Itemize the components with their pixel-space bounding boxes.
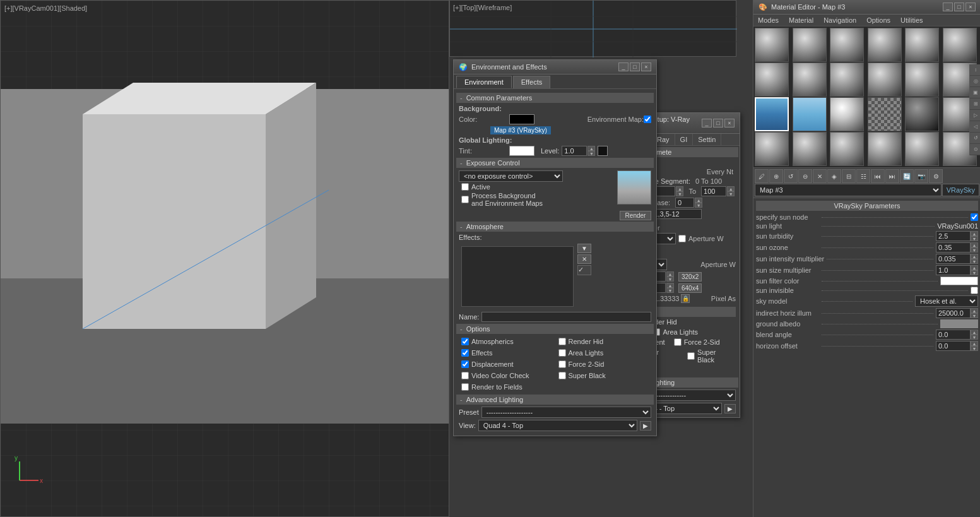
range-to-down[interactable]: ▼ xyxy=(727,191,735,196)
sphere-7[interactable] xyxy=(793,62,827,97)
file-num-spinner[interactable]: ▲ ▼ xyxy=(675,198,702,208)
background-color-swatch[interactable] xyxy=(509,114,534,124)
sphere-22[interactable] xyxy=(905,132,939,166)
aperture-checkbox[interactable] xyxy=(678,235,686,242)
intensity-spinner[interactable]: ▲ ▼ xyxy=(936,254,978,264)
intensity-input[interactable] xyxy=(936,254,971,264)
render-btn[interactable]: Render xyxy=(620,211,651,220)
size-mult-down[interactable]: ▼ xyxy=(971,270,978,275)
intensity-down[interactable]: ▼ xyxy=(971,259,978,264)
blend-angle-down[interactable]: ▼ xyxy=(971,335,978,340)
atm-delete-btn[interactable]: ✕ xyxy=(577,254,591,264)
blend-angle-spinner[interactable]: ▲ ▼ xyxy=(936,330,978,340)
side-tool-8[interactable]: ⊙ xyxy=(970,144,980,155)
range-from-down[interactable]: ▼ xyxy=(676,191,683,196)
menu-material[interactable]: Material xyxy=(787,16,815,25)
rs-force-2side-checkbox[interactable] xyxy=(674,338,682,346)
effects-checkbox[interactable] xyxy=(461,349,469,357)
ground-albedo-swatch[interactable] xyxy=(940,319,978,328)
render-hidden-checkbox[interactable] xyxy=(558,338,566,345)
tool-x-btn[interactable]: ✕ xyxy=(813,169,827,183)
adv-collapse-btn[interactable]: - xyxy=(460,396,463,403)
opts-collapse-btn[interactable]: - xyxy=(460,325,463,333)
menu-options[interactable]: Options xyxy=(865,16,892,25)
super-black-checkbox[interactable] xyxy=(558,372,566,379)
width-up[interactable]: ▲ xyxy=(666,271,674,276)
env-preset-dropdown[interactable]: -------------------- xyxy=(481,407,651,418)
sphere-18[interactable] xyxy=(755,132,789,166)
atm-add-btn[interactable]: ▼ xyxy=(577,244,591,253)
sphere-4[interactable] xyxy=(905,28,939,62)
sphere-12[interactable] xyxy=(755,97,789,131)
turbidity-spinner[interactable]: ▲ ▼ xyxy=(936,231,978,241)
exposure-dropdown[interactable]: <no exposure control> xyxy=(459,170,563,182)
side-tool-1[interactable]: ↕ xyxy=(970,64,980,76)
ozone-input[interactable] xyxy=(936,242,971,253)
file-num-up[interactable]: ▲ xyxy=(695,198,702,203)
horizon-offset-down[interactable]: ▼ xyxy=(971,346,978,351)
menu-navigation[interactable]: Navigation xyxy=(822,16,858,25)
sphere-16[interactable] xyxy=(905,97,939,131)
tool-fwd-btn[interactable]: ⏭ xyxy=(885,169,899,183)
rs-controls[interactable]: _ □ × xyxy=(702,119,735,128)
sphere-3[interactable] xyxy=(868,28,902,62)
env-minimize-btn[interactable]: _ xyxy=(618,62,629,71)
me-close-btn[interactable]: × xyxy=(965,3,976,11)
indirect-horiz-up[interactable]: ▲ xyxy=(971,308,978,313)
size-mult-input[interactable] xyxy=(936,265,971,275)
me-minimize-btn[interactable]: _ xyxy=(943,3,953,11)
turbidity-up[interactable]: ▲ xyxy=(971,231,978,236)
displacement-checkbox[interactable] xyxy=(461,360,469,368)
active-checkbox[interactable] xyxy=(461,183,469,191)
name-input[interactable] xyxy=(481,312,651,322)
sphere-20[interactable] xyxy=(830,132,864,166)
sky-model-select[interactable]: Hosek et al. xyxy=(915,295,978,307)
height-down[interactable]: ▼ xyxy=(666,288,674,293)
env-view-btn[interactable]: ▶ xyxy=(640,421,651,431)
level-down-btn[interactable]: ▼ xyxy=(587,151,595,156)
indirect-horiz-spinner[interactable]: ▲ ▼ xyxy=(936,308,978,318)
atm-checkbox[interactable]: ✓ xyxy=(577,265,591,275)
force-2side-checkbox[interactable] xyxy=(558,360,566,368)
rs-minimize-btn[interactable]: _ xyxy=(702,119,712,128)
file-num-input[interactable] xyxy=(675,198,694,208)
width-preset-btn[interactable]: 320x2 xyxy=(678,272,702,282)
video-color-checkbox[interactable] xyxy=(461,372,469,379)
tool-copy-btn[interactable]: ⊖ xyxy=(798,169,812,183)
render-tab-settings[interactable]: Settin xyxy=(693,134,721,145)
size-mult-spinner[interactable]: ▲ ▼ xyxy=(936,265,978,275)
sphere-10[interactable] xyxy=(905,62,939,97)
range-to-up[interactable]: ▲ xyxy=(727,186,735,191)
rs-maximize-btn[interactable]: □ xyxy=(713,119,723,128)
size-mult-up[interactable]: ▲ xyxy=(971,265,978,270)
tool-render-btn[interactable]: 🔄 xyxy=(900,169,914,183)
side-tool-7[interactable]: ↺ xyxy=(970,133,980,144)
tool-back-btn[interactable]: ⏮ xyxy=(871,169,885,183)
tool-video-btn[interactable]: 📷 xyxy=(914,169,928,183)
tool-map-btn[interactable]: ⊟ xyxy=(842,169,856,183)
rs-close-btn[interactable]: × xyxy=(724,119,735,128)
atmospherics-checkbox[interactable] xyxy=(461,338,469,345)
level-up-btn[interactable]: ▲ xyxy=(587,146,595,151)
turbidity-input[interactable] xyxy=(936,231,971,241)
tool-options-btn[interactable]: ⚙ xyxy=(929,169,943,183)
map-button[interactable]: Map #3 (VRaySky) xyxy=(490,126,551,134)
render-fields-checkbox[interactable] xyxy=(461,383,469,391)
blend-angle-up[interactable]: ▲ xyxy=(971,330,978,335)
height-up[interactable]: ▲ xyxy=(666,283,674,288)
sphere-1[interactable] xyxy=(793,28,827,62)
ambient-swatch[interactable] xyxy=(598,146,608,156)
height-preset-btn[interactable]: 640x4 xyxy=(678,283,702,293)
side-tool-5[interactable]: ▷ xyxy=(970,110,980,121)
ozone-down[interactable]: ▼ xyxy=(971,247,978,253)
level-input[interactable] xyxy=(562,146,587,156)
sphere-14[interactable] xyxy=(830,97,864,131)
menu-modes[interactable]: Modes xyxy=(756,16,781,25)
adv-lighting-header[interactable]: - Advanced Lighting xyxy=(456,395,654,405)
viewport-3d[interactable]: [+][VRayCam001][Shaded] x y xyxy=(0,0,449,517)
indirect-horiz-down[interactable]: ▼ xyxy=(971,313,978,318)
process-bg-checkbox[interactable] xyxy=(461,196,469,203)
render-tab-gi[interactable]: GI xyxy=(675,134,694,145)
menu-utilities[interactable]: Utilities xyxy=(899,16,924,25)
rs-super-black-checkbox[interactable] xyxy=(687,352,695,360)
